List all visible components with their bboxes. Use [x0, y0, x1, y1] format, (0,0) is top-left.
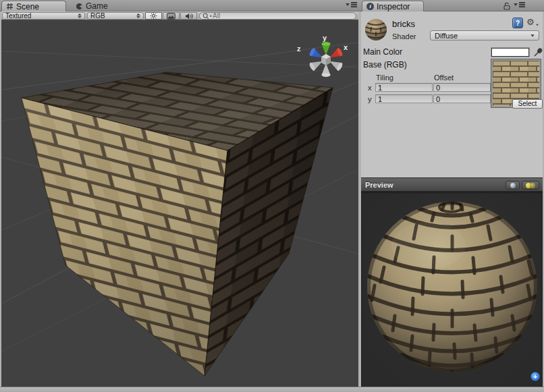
plus-icon: +	[533, 372, 537, 381]
gizmo-center-cube[interactable]	[321, 54, 331, 65]
offset-header: Offset	[434, 74, 454, 82]
inspector-panel-menu[interactable]	[514, 3, 525, 6]
tiling-row-x-label: x	[368, 84, 372, 92]
tab-scene-label: Scene	[16, 2, 39, 11]
chevron-down-icon	[514, 3, 518, 6]
tab-game-label: Game	[86, 1, 108, 11]
tab-game[interactable]: Game	[70, 1, 113, 11]
scene-grid-icon	[6, 3, 13, 10]
scene-audio-toggle[interactable]	[180, 12, 197, 20]
select-button-label: Select	[518, 100, 537, 107]
scene-search-field[interactable]	[199, 12, 356, 20]
chevron-down-icon	[536, 24, 539, 26]
material-sphere-icon	[364, 18, 387, 41]
preview-sphere	[361, 192, 543, 387]
search-icon	[202, 13, 213, 20]
base-texture-label: Base (RGB)	[363, 60, 407, 69]
window-bottom-edge	[0, 387, 544, 392]
preview-model-button[interactable]	[506, 181, 520, 190]
chevron-down-icon	[346, 3, 350, 6]
scene-effects-toggle[interactable]	[163, 12, 180, 20]
preview-title: Preview	[365, 181, 393, 189]
gizmo-label-y: y	[323, 34, 327, 42]
preview-lighting-button[interactable]	[522, 181, 539, 190]
material-name: bricks	[392, 19, 415, 29]
updown-arrows-icon	[78, 13, 82, 18]
tiling-row-y-label: y	[368, 95, 372, 103]
updown-arrows-icon	[136, 13, 140, 18]
chevron-down-icon	[531, 34, 534, 36]
tiling-header: Tiling	[376, 74, 393, 82]
tab-scene[interactable]: Scene	[1, 1, 66, 11]
search-input[interactable]	[213, 12, 353, 20]
info-icon: i	[366, 3, 374, 10]
scene-panel-menu[interactable]	[346, 3, 357, 6]
tab-inspector[interactable]: i Inspector	[362, 1, 424, 11]
image-icon	[167, 13, 175, 20]
scene-viewport[interactable]: y x z	[1, 20, 358, 387]
scene-lighting-toggle[interactable]	[145, 12, 162, 20]
gear-menu-button[interactable]: ⚙	[526, 17, 539, 28]
preview-zoom-button[interactable]: +	[531, 372, 540, 381]
help-button[interactable]: ?	[512, 18, 523, 28]
brick-cube[interactable]	[22, 72, 333, 376]
light-off-icon	[530, 183, 535, 188]
offset-y-input[interactable]	[433, 94, 491, 103]
draw-mode-dropdown[interactable]: Textured	[2, 12, 85, 20]
offset-x-input[interactable]	[433, 83, 491, 92]
menu-icon	[351, 2, 357, 3]
sphere-icon	[510, 183, 516, 188]
preview-header[interactable]: Preview	[361, 177, 543, 192]
lock-open-icon[interactable]	[503, 2, 511, 10]
shader-label: Shader	[392, 32, 416, 40]
sun-icon	[150, 12, 157, 20]
tiling-x-input[interactable]	[375, 83, 433, 92]
preview-viewport[interactable]: +	[361, 192, 543, 387]
menu-icon	[519, 2, 525, 3]
tiling-y-input[interactable]	[375, 94, 433, 103]
game-icon	[76, 3, 83, 10]
unity-editor-window: { "tabs": { "scene": "Scene", "game": "G…	[0, 0, 544, 392]
gear-icon: ⚙	[526, 17, 535, 27]
eyedropper-icon[interactable]	[533, 47, 543, 57]
color-channels-dropdown[interactable]: RGB	[87, 12, 144, 20]
main-color-label: Main Color	[363, 47, 402, 57]
scene-3d-view: y x z	[1, 20, 358, 387]
scene-toolbar: Textured RGB	[1, 11, 358, 20]
inspector-panel: bricks Shader Diffuse ? ⚙ Main Color Bas…	[361, 11, 543, 177]
gizmo-label-z: z	[297, 45, 301, 53]
shader-dropdown[interactable]: Diffuse	[430, 30, 539, 40]
help-icon: ?	[516, 20, 520, 27]
gizmo-axis-y[interactable]	[322, 42, 331, 55]
tab-inspector-label: Inspector	[377, 2, 410, 11]
color-channels-value: RGB	[90, 12, 134, 20]
window-tab-bar: Scene Game i Inspector	[0, 0, 544, 11]
audio-icon	[185, 13, 193, 20]
main-color-swatch[interactable]	[491, 48, 529, 57]
draw-mode-value: Textured	[5, 12, 75, 20]
gizmo-label-x: x	[344, 43, 348, 51]
shader-value: Diffuse	[435, 32, 458, 40]
select-button[interactable]: Select	[512, 99, 543, 109]
